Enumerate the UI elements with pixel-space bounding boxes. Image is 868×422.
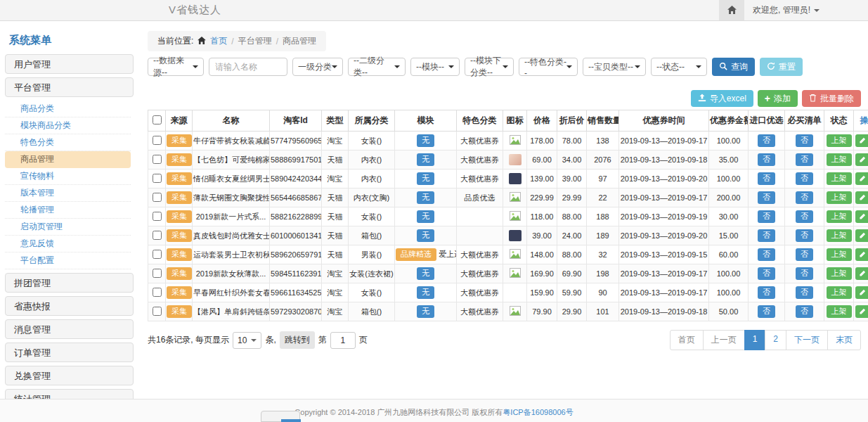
edit-button[interactable] <box>855 229 868 242</box>
status-badge[interactable]: 上架 <box>827 305 852 317</box>
sidebar-panel[interactable]: 订单管理 <box>5 343 134 362</box>
filter-select[interactable]: --状态-- <box>651 58 707 76</box>
import-toggle-badge[interactable]: 否 <box>758 172 775 184</box>
row-checkbox[interactable] <box>153 155 162 164</box>
sidebar-panel[interactable]: 消息管理 <box>5 319 134 339</box>
module-none-badge[interactable]: 无 <box>417 267 434 279</box>
must-buy-toggle-badge[interactable]: 否 <box>796 286 813 298</box>
status-badge[interactable]: 上架 <box>827 134 852 146</box>
import-toggle-badge[interactable]: 否 <box>758 210 775 222</box>
module-none-badge[interactable]: 无 <box>417 210 434 222</box>
sidebar-panel[interactable]: 统计管理 <box>5 389 134 399</box>
must-buy-toggle-badge[interactable]: 否 <box>796 191 813 203</box>
must-buy-toggle-badge[interactable]: 否 <box>796 134 813 146</box>
status-badge[interactable]: 上架 <box>827 229 852 241</box>
page-button[interactable]: 末页 <box>827 330 861 350</box>
page-button[interactable]: 上一页 <box>703 330 745 350</box>
sidebar-panel[interactable]: 用户管理 <box>5 54 134 74</box>
module-none-badge[interactable]: 无 <box>417 305 434 317</box>
sidebar-subitem[interactable]: 版本管理 <box>5 185 131 202</box>
jump-button[interactable]: 跳转到 <box>280 331 315 349</box>
select-all-checkbox[interactable] <box>153 115 162 124</box>
status-badge[interactable]: 上架 <box>827 286 852 298</box>
row-checkbox[interactable] <box>153 307 162 316</box>
breadcrumb-home-link[interactable]: 首页 <box>210 35 227 47</box>
import-toggle-badge[interactable]: 否 <box>758 153 775 165</box>
must-buy-toggle-badge[interactable]: 否 <box>796 172 813 184</box>
status-badge[interactable]: 上架 <box>827 153 852 165</box>
edit-button[interactable] <box>855 286 868 299</box>
filter-select[interactable]: --模块下分类-- <box>465 58 514 76</box>
edit-button[interactable] <box>855 134 868 147</box>
module-none-badge[interactable]: 无 <box>417 153 434 165</box>
edit-button[interactable] <box>855 248 868 261</box>
import-toggle-badge[interactable]: 否 <box>758 191 775 203</box>
status-badge[interactable]: 上架 <box>827 210 852 222</box>
status-badge[interactable]: 上架 <box>827 248 852 260</box>
module-none-badge[interactable]: 无 <box>417 229 434 241</box>
filter-select[interactable]: 一级分类 <box>292 58 343 76</box>
query-button[interactable]: 查询 <box>712 58 755 76</box>
filter-select[interactable]: --宝贝类型-- <box>583 58 646 76</box>
jump-page-input[interactable] <box>330 332 356 349</box>
status-badge[interactable]: 上架 <box>827 172 852 184</box>
add-button[interactable]: + 添加 <box>758 90 798 107</box>
row-checkbox[interactable] <box>153 136 162 145</box>
must-buy-toggle-badge[interactable]: 否 <box>796 210 813 222</box>
row-checkbox[interactable] <box>153 288 162 297</box>
import-toggle-badge[interactable]: 否 <box>758 229 775 241</box>
sidebar-subitem[interactable]: 模块商品分类 <box>5 117 131 134</box>
status-badge[interactable]: 上架 <box>827 267 852 279</box>
row-checkbox[interactable] <box>153 250 162 259</box>
sidebar-subitem[interactable]: 意见反馈 <box>5 236 131 252</box>
status-badge[interactable]: 上架 <box>827 191 852 203</box>
sidebar-subitem[interactable]: 宣传物料 <box>5 168 131 185</box>
import-excel-button[interactable]: 导入excel <box>691 90 753 107</box>
row-checkbox[interactable] <box>153 269 162 278</box>
import-toggle-badge[interactable]: 否 <box>758 248 775 260</box>
sidebar-subitem[interactable]: 轮播管理 <box>5 202 131 219</box>
sidebar-panel[interactable]: 省惠快报 <box>5 296 134 316</box>
module-badge[interactable]: 品牌精选 <box>396 248 436 260</box>
edit-button[interactable] <box>855 153 868 166</box>
edit-button[interactable] <box>855 305 868 318</box>
module-none-badge[interactable]: 无 <box>417 286 434 298</box>
sidebar-subitem[interactable]: 特色分类 <box>5 134 131 151</box>
module-none-badge[interactable]: 无 <box>417 134 434 146</box>
page-button[interactable]: 2 <box>765 330 786 350</box>
import-toggle-badge[interactable]: 否 <box>758 134 775 146</box>
page-button[interactable]: 下一页 <box>786 330 828 350</box>
home-button[interactable] <box>719 0 744 20</box>
user-menu[interactable]: 欢迎您, 管理员! <box>753 4 858 16</box>
filter-select[interactable]: --模块-- <box>410 58 460 76</box>
row-checkbox[interactable] <box>153 193 162 202</box>
per-page-select[interactable]: 10 <box>233 332 261 349</box>
sidebar-panel[interactable]: 平台管理 <box>5 77 134 97</box>
sidebar-panel[interactable]: 拼团管理 <box>5 273 134 293</box>
import-toggle-badge[interactable]: 否 <box>758 305 775 317</box>
edit-button[interactable] <box>855 191 868 204</box>
reset-button[interactable]: 重置 <box>760 58 803 76</box>
row-checkbox[interactable] <box>153 231 162 240</box>
must-buy-toggle-badge[interactable]: 否 <box>796 267 813 279</box>
must-buy-toggle-badge[interactable]: 否 <box>796 305 813 317</box>
page-button[interactable]: 首页 <box>670 330 704 350</box>
sidebar-subitem[interactable]: 商品管理 <box>5 151 131 168</box>
page-button[interactable]: 1 <box>744 330 766 350</box>
name-search-input[interactable] <box>209 58 287 76</box>
sidebar-subitem[interactable]: 启动页管理 <box>5 219 131 236</box>
row-checkbox[interactable] <box>153 174 162 183</box>
module-none-badge[interactable]: 无 <box>417 191 434 203</box>
must-buy-toggle-badge[interactable]: 否 <box>796 153 813 165</box>
must-buy-toggle-badge[interactable]: 否 <box>796 229 813 241</box>
filter-select[interactable]: --数据来源-- <box>148 58 204 76</box>
edit-button[interactable] <box>855 210 868 223</box>
edit-button[interactable] <box>855 172 868 185</box>
sidebar-panel[interactable]: 兑换管理 <box>5 366 134 385</box>
sidebar-subitem[interactable]: 平台配置 <box>5 252 131 269</box>
icp-link[interactable]: 粤ICP备16098006号 <box>503 408 573 416</box>
filter-select[interactable]: --二级分类-- <box>348 58 406 76</box>
must-buy-toggle-badge[interactable]: 否 <box>796 248 813 260</box>
sidebar-subitem[interactable]: 商品分类 <box>5 101 131 117</box>
batch-delete-button[interactable]: 批量删除 <box>802 90 861 107</box>
